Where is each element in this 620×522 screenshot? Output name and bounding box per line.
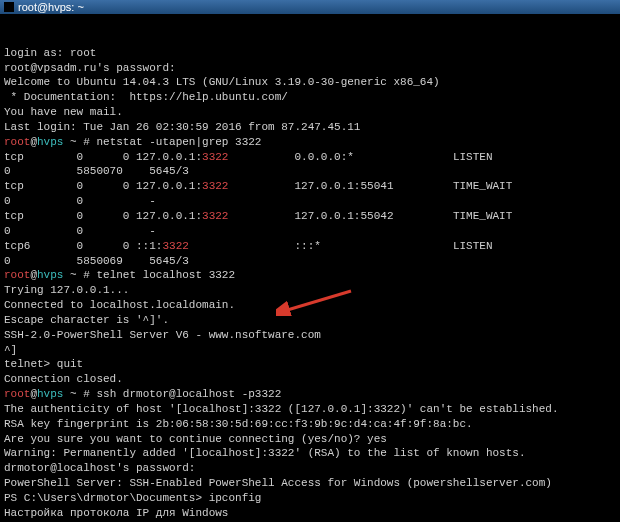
terminal-text-segment: ssh drmotor@localhost -p3322 bbox=[90, 388, 281, 400]
terminal-text-segment: root@vpsadm.ru's password: bbox=[4, 62, 176, 74]
terminal-text-segment: RSA key fingerprint is 2b:06:58:30:5d:69… bbox=[4, 418, 473, 430]
terminal-line: Warning: Permanently added '[localhost]:… bbox=[4, 446, 616, 461]
terminal-text-segment: PowerShell Server: SSH-Enabled PowerShel… bbox=[4, 477, 552, 489]
terminal-line: tcp6 0 0 ::1:3322 :::* LISTEN bbox=[4, 239, 616, 254]
terminal-text-segment: Trying 127.0.0.1... bbox=[4, 284, 129, 296]
terminal-line: You have new mail. bbox=[4, 105, 616, 120]
terminal-text-segment: You have new mail. bbox=[4, 106, 123, 118]
terminal-text-segment: telnet> quit bbox=[4, 358, 83, 370]
terminal-line: tcp 0 0 127.0.0.1:3322 127.0.0.1:55041 T… bbox=[4, 179, 616, 194]
terminal-area[interactable]: login as: rootroot@vpsadm.ru's password:… bbox=[0, 14, 620, 522]
terminal-line: Last login: Tue Jan 26 02:30:59 2016 fro… bbox=[4, 120, 616, 135]
terminal-text-segment: hvps bbox=[37, 269, 63, 281]
terminal-line: ^] bbox=[4, 343, 616, 358]
terminal-line: RSA key fingerprint is 2b:06:58:30:5d:69… bbox=[4, 417, 616, 432]
terminal-text-segment: Connection closed. bbox=[4, 373, 123, 385]
terminal-text-segment: tcp 0 0 127.0.0.1: bbox=[4, 210, 202, 222]
terminal-line: Welcome to Ubuntu 14.04.3 LTS (GNU/Linux… bbox=[4, 75, 616, 90]
terminal-text-segment: telnet localhost 3322 bbox=[90, 269, 235, 281]
terminal-text-segment: 127.0.0.1:55041 TIME_WAIT bbox=[228, 180, 512, 192]
titlebar: root@hvps: ~ bbox=[0, 0, 620, 14]
terminal-line: Connection closed. bbox=[4, 372, 616, 387]
terminal-text-segment: 3322 bbox=[202, 180, 228, 192]
terminal-text-segment: Last login: Tue Jan 26 02:30:59 2016 fro… bbox=[4, 121, 360, 133]
terminal-line: Are you sure you want to continue connec… bbox=[4, 432, 616, 447]
terminal-text-segment: 127.0.0.1:55042 TIME_WAIT bbox=[228, 210, 512, 222]
terminal-text-segment: 3322 bbox=[202, 210, 228, 222]
terminal-line: root@hvps ~ # ssh drmotor@localhost -p33… bbox=[4, 387, 616, 402]
terminal-text-segment: PS C:\Users\drmotor\Documents> ipconfig bbox=[4, 492, 261, 504]
terminal-text-segment: tcp6 0 0 ::1: bbox=[4, 240, 162, 252]
terminal-text-segment: netstat -utapen|grep 3322 bbox=[90, 136, 262, 148]
terminal-text-segment: ~ # bbox=[63, 388, 89, 400]
terminal-line: Escape character is '^]'. bbox=[4, 313, 616, 328]
terminal-text-segment: 0 5850070 5645/3 bbox=[4, 165, 189, 177]
terminal-text-segment: hvps bbox=[37, 136, 63, 148]
terminal-text-segment: hvps bbox=[37, 388, 63, 400]
terminal-text-segment: 3322 bbox=[162, 240, 188, 252]
terminal-line: login as: root bbox=[4, 46, 616, 61]
terminal-line: Trying 127.0.0.1... bbox=[4, 283, 616, 298]
terminal-text-segment: 3322 bbox=[202, 151, 228, 163]
terminal-line: 0 5850069 5645/3 bbox=[4, 254, 616, 269]
terminal-line: tcp 0 0 127.0.0.1:3322 0.0.0.0:* LISTEN bbox=[4, 150, 616, 165]
terminal-line: The authenticity of host '[localhost]:33… bbox=[4, 402, 616, 417]
terminal-text-segment: The authenticity of host '[localhost]:33… bbox=[4, 403, 559, 415]
terminal-line: Connected to localhost.localdomain. bbox=[4, 298, 616, 313]
terminal-text-segment: tcp 0 0 127.0.0.1: bbox=[4, 180, 202, 192]
terminal-text-segment: root bbox=[4, 269, 30, 281]
terminal-text-segment: Are you sure you want to continue connec… bbox=[4, 433, 387, 445]
terminal-text-segment: drmotor@localhost's password: bbox=[4, 462, 195, 474]
terminal-text-segment: Warning: Permanently added '[localhost]:… bbox=[4, 447, 526, 459]
terminal-text-segment: 0 5850069 5645/3 bbox=[4, 255, 189, 267]
terminal-line: 0 0 - bbox=[4, 224, 616, 239]
terminal-line: PowerShell Server: SSH-Enabled PowerShel… bbox=[4, 476, 616, 491]
terminal-icon bbox=[4, 2, 14, 12]
terminal-line: PS C:\Users\drmotor\Documents> ipconfig bbox=[4, 491, 616, 506]
terminal-text-segment: ^] bbox=[4, 344, 17, 356]
terminal-line: root@hvps ~ # netstat -utapen|grep 3322 bbox=[4, 135, 616, 150]
terminal-text-segment: ~ # bbox=[63, 136, 89, 148]
terminal-text-segment: root bbox=[4, 136, 30, 148]
terminal-line: SSH-2.0-PowerShell Server V6 - www.nsoft… bbox=[4, 328, 616, 343]
terminal-text-segment: root bbox=[4, 388, 30, 400]
terminal-text-segment: * Documentation: https://help.ubuntu.com… bbox=[4, 91, 288, 103]
terminal-text-segment: 0.0.0.0:* LISTEN bbox=[228, 151, 492, 163]
terminal-text-segment: tcp 0 0 127.0.0.1: bbox=[4, 151, 202, 163]
terminal-line: 0 0 - bbox=[4, 194, 616, 209]
terminal-text-segment: login as: root bbox=[4, 47, 96, 59]
terminal-line: root@vpsadm.ru's password: bbox=[4, 61, 616, 76]
terminal-line: 0 5850070 5645/3 bbox=[4, 164, 616, 179]
terminal-text-segment: 0 0 - bbox=[4, 225, 156, 237]
terminal-line: Настройка протокола IP для Windows bbox=[4, 506, 616, 521]
terminal-line: telnet> quit bbox=[4, 357, 616, 372]
terminal-text-segment: 0 0 - bbox=[4, 195, 156, 207]
terminal-text-segment: Escape character is '^]'. bbox=[4, 314, 169, 326]
terminal-text-segment: ~ # bbox=[63, 269, 89, 281]
terminal-text-segment: SSH-2.0-PowerShell Server V6 - www.nsoft… bbox=[4, 329, 321, 341]
window-title: root@hvps: ~ bbox=[18, 0, 84, 14]
terminal-line: root@hvps ~ # telnet localhost 3322 bbox=[4, 268, 616, 283]
terminal-text-segment: Welcome to Ubuntu 14.04.3 LTS (GNU/Linux… bbox=[4, 76, 440, 88]
terminal-line: drmotor@localhost's password: bbox=[4, 461, 616, 476]
terminal-line: tcp 0 0 127.0.0.1:3322 127.0.0.1:55042 T… bbox=[4, 209, 616, 224]
terminal-line: * Documentation: https://help.ubuntu.com… bbox=[4, 90, 616, 105]
terminal-text-segment: :::* LISTEN bbox=[189, 240, 493, 252]
terminal-text-segment: Connected to localhost.localdomain. bbox=[4, 299, 235, 311]
terminal-text-segment: Настройка протокола IP для Windows bbox=[4, 507, 228, 519]
